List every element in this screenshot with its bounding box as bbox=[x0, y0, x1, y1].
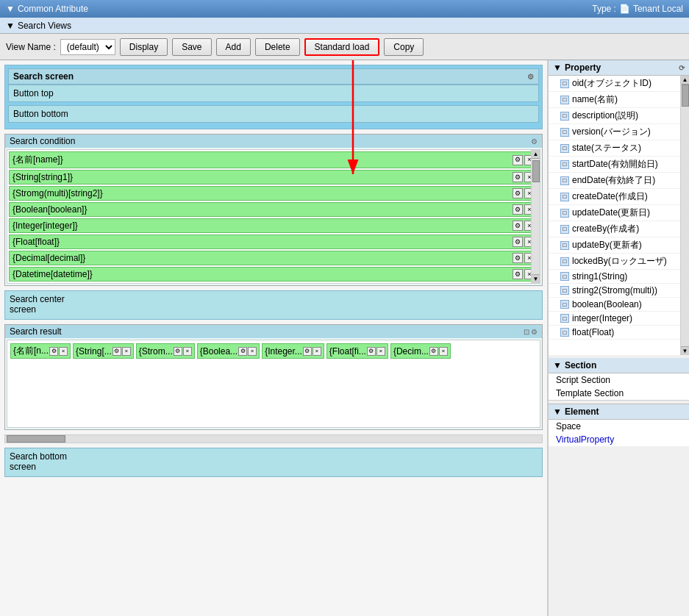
property-list: □ oid(オブジェクトID) □ name(名前) □ description… bbox=[549, 76, 689, 355]
property-item[interactable]: □ state(ステータス) bbox=[549, 140, 689, 157]
property-scrollbar[interactable]: ▲ ▼ bbox=[680, 76, 689, 355]
scrollbar-h-thumb[interactable] bbox=[7, 435, 65, 443]
section-header[interactable]: ▼ Section bbox=[549, 358, 689, 373]
element-header[interactable]: ▼ Element bbox=[549, 404, 689, 420]
chip-close-icon[interactable]: × bbox=[183, 347, 192, 356]
scrollbar-down-arrow[interactable]: ▼ bbox=[532, 274, 540, 283]
save-button[interactable]: Save bbox=[172, 38, 211, 56]
result-chips-area: {名前[n... ⚙ × {String[... ⚙ × {Strom... bbox=[7, 340, 540, 428]
display-button[interactable]: Display bbox=[120, 38, 168, 56]
property-value: createDate(作成日) bbox=[572, 190, 648, 203]
search-views-chevron[interactable]: ▼ bbox=[6, 21, 15, 31]
chip-close-icon[interactable]: × bbox=[313, 347, 321, 356]
condition-gear-icon[interactable]: ⚙ bbox=[513, 155, 523, 165]
property-item[interactable]: □ float(Float) bbox=[549, 326, 689, 340]
property-item[interactable]: □ version(バージョン) bbox=[549, 124, 689, 140]
condition-list[interactable]: {名前[name]} ⚙ × {String[string1]} ⚙ × bbox=[7, 149, 540, 284]
prop-scroll-thumb[interactable] bbox=[682, 85, 689, 107]
result-gear-icon[interactable]: ⚙ bbox=[531, 328, 538, 336]
element-chevron[interactable]: ▼ bbox=[553, 407, 562, 417]
property-item[interactable]: □ integer(Integer) bbox=[549, 312, 689, 326]
property-item[interactable]: □ endDate(有効終了日) bbox=[549, 173, 689, 189]
app-title: Common Attribute bbox=[18, 4, 88, 14]
search-screen-label: Search screen bbox=[13, 71, 74, 82]
property-item[interactable]: □ lockedBy(ロックユーザ) bbox=[549, 254, 689, 270]
property-refresh-icon[interactable]: ⟳ bbox=[679, 64, 685, 72]
chip-gear-icon[interactable]: ⚙ bbox=[303, 347, 312, 356]
prop-scroll-down[interactable]: ▼ bbox=[681, 346, 689, 355]
property-icon: □ bbox=[560, 79, 569, 88]
space-item[interactable]: Space bbox=[549, 420, 689, 433]
property-item[interactable]: □ updateDate(更新日) bbox=[549, 205, 689, 221]
chip-gear-icon[interactable]: ⚙ bbox=[429, 347, 438, 356]
table-row: {Stromg(multi)[string2]} ⚙ × bbox=[9, 186, 538, 201]
condition-gear-icon[interactable]: ⚙ bbox=[513, 237, 523, 247]
condition-gear-icon[interactable]: ⚙ bbox=[513, 204, 523, 215]
property-item[interactable]: □ boolean(Boolean) bbox=[549, 298, 689, 312]
element-label: Element bbox=[565, 407, 599, 417]
delete-button[interactable]: Delete bbox=[255, 38, 300, 56]
property-value: boolean(Boolean) bbox=[572, 299, 642, 309]
chip-close-icon[interactable]: × bbox=[122, 347, 131, 356]
search-condition-gear[interactable]: ⚙ bbox=[531, 137, 538, 146]
property-item[interactable]: □ description(説明) bbox=[549, 108, 689, 124]
condition-gear-icon[interactable]: ⚙ bbox=[513, 172, 523, 182]
search-result-label: Search result bbox=[10, 326, 62, 337]
virtual-property-item[interactable]: VirtualProperty bbox=[549, 433, 689, 446]
center-screen-box: Search centerscreen bbox=[4, 290, 543, 320]
property-item[interactable]: □ string2(Stromg(multi)) bbox=[549, 284, 689, 298]
condition-gear-icon[interactable]: ⚙ bbox=[513, 188, 523, 198]
chip-close-icon[interactable]: × bbox=[248, 347, 257, 356]
chip-gear-icon[interactable]: ⚙ bbox=[49, 347, 58, 356]
chip: {Integer... ⚙ × bbox=[262, 343, 324, 359]
prop-scroll-up[interactable]: ▲ bbox=[681, 76, 689, 85]
chip-gear-icon[interactable]: ⚙ bbox=[238, 347, 247, 356]
property-item[interactable]: □ string1(String) bbox=[549, 270, 689, 284]
element-section: ▼ Element Space VirtualProperty bbox=[549, 404, 689, 446]
condition-gear-icon[interactable]: ⚙ bbox=[513, 221, 523, 231]
copy-button[interactable]: Copy bbox=[384, 38, 424, 56]
table-row: {名前[name]} ⚙ × bbox=[9, 151, 538, 168]
property-chevron[interactable]: ▼ bbox=[553, 62, 562, 73]
chip-close-icon[interactable]: × bbox=[59, 347, 68, 356]
property-item[interactable]: □ createDate(作成日) bbox=[549, 189, 689, 205]
condition-decimal: {Decimal[decimal]} bbox=[13, 253, 85, 263]
chip-close-icon[interactable]: × bbox=[376, 347, 385, 356]
template-section-item[interactable]: Template Section bbox=[549, 387, 689, 400]
center-screen-label: Search centerscreen bbox=[10, 294, 65, 315]
chip-close-icon[interactable]: × bbox=[439, 347, 448, 356]
property-item[interactable]: □ oid(オブジェクトID) bbox=[549, 76, 689, 92]
property-item[interactable]: □ createBy(作成者) bbox=[549, 221, 689, 237]
section-chevron[interactable]: ▼ bbox=[553, 360, 562, 370]
search-bottom-label: Search bottomscreen bbox=[10, 451, 67, 472]
condition-gear-icon[interactable]: ⚙ bbox=[513, 269, 523, 279]
standard-load-button[interactable]: Standard load bbox=[304, 38, 380, 56]
property-value: float(Float) bbox=[572, 327, 614, 337]
property-icon: □ bbox=[560, 160, 569, 169]
chip-gear-icon[interactable]: ⚙ bbox=[174, 347, 182, 356]
property-item[interactable]: □ updateBy(更新者) bbox=[549, 237, 689, 254]
scrollbar-thumb[interactable] bbox=[532, 160, 540, 182]
chip-gear-icon[interactable]: ⚙ bbox=[113, 347, 121, 356]
search-screen-gear[interactable]: ⚙ bbox=[527, 73, 534, 81]
property-value: state(ステータス) bbox=[572, 142, 641, 154]
chip: {Float[fi... ⚙ × bbox=[326, 343, 388, 359]
section-label: Section bbox=[565, 360, 596, 370]
property-item[interactable]: □ name(名前) bbox=[549, 92, 689, 108]
table-row: {Integer[integer]} ⚙ × bbox=[9, 218, 538, 233]
script-section-item[interactable]: Script Section bbox=[549, 373, 689, 387]
search-views-label: Search Views bbox=[18, 21, 71, 31]
property-item[interactable]: □ startDate(有効開始日) bbox=[549, 157, 689, 173]
result-minimize-icon[interactable]: ⊡ bbox=[524, 328, 529, 336]
title-bar-left: ▼ Common Attribute bbox=[6, 4, 88, 14]
collapse-icon[interactable]: ▼ bbox=[6, 4, 15, 14]
horizontal-scrollbar[interactable] bbox=[4, 434, 543, 443]
condition-gear-icon[interactable]: ⚙ bbox=[513, 253, 523, 263]
chip-gear-icon[interactable]: ⚙ bbox=[367, 347, 376, 356]
view-name-select[interactable]: (default) bbox=[60, 39, 115, 55]
toolbar: View Name : (default) Display Save Add D… bbox=[0, 34, 689, 60]
add-button[interactable]: Add bbox=[216, 38, 251, 56]
property-section-header[interactable]: ▼ Property ⟳ bbox=[549, 60, 689, 76]
scrollbar-up-arrow[interactable]: ▲ bbox=[532, 150, 540, 159]
property-value: name(名前) bbox=[572, 93, 618, 106]
